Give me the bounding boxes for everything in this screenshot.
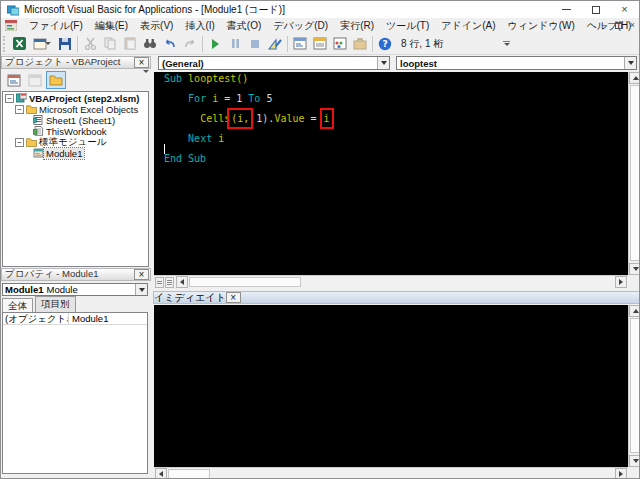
immediate-vertical-scrollbar[interactable]	[628, 305, 640, 467]
help-button[interactable]: ?	[375, 34, 395, 54]
code-line-7[interactable]: Next i	[164, 134, 628, 144]
cut-button[interactable]	[80, 34, 100, 54]
design-mode-button[interactable]	[265, 34, 285, 54]
scrollbar-corner	[628, 467, 640, 479]
view-object-button[interactable]	[25, 71, 45, 89]
tree-item-standard-modules[interactable]: − 標準モジュール	[3, 137, 148, 147]
view-excel-button[interactable]	[9, 34, 29, 54]
menu-item-7[interactable]: 実行(R)	[334, 18, 380, 34]
chevron-down-icon	[139, 288, 145, 292]
save-button[interactable]	[55, 34, 75, 54]
code-line-9[interactable]: End Sub	[164, 154, 628, 164]
object-browser-button[interactable]	[330, 34, 350, 54]
menu-item-2[interactable]: 編集(E)	[89, 18, 134, 34]
object-dropdown-button[interactable]	[377, 57, 389, 69]
code-dock-area: (General) looptest Sub looptest() For i …	[153, 55, 640, 479]
tree-item-thisworkbook[interactable]: ThisWorkbook	[3, 126, 148, 136]
paste-button[interactable]	[120, 34, 140, 54]
tree-item-sheet1[interactable]: Sheet1 (Sheet1)	[3, 115, 148, 125]
scrollbar-thumb[interactable]	[189, 277, 301, 287]
scrollbar-thumb[interactable]	[630, 85, 640, 261]
code-editor[interactable]: Sub looptest() For i = 1 To 5 Cells(i, 1…	[154, 72, 628, 275]
immediate-window-body[interactable]	[154, 305, 628, 467]
mdi-minimize-button[interactable]: –	[602, 21, 607, 30]
menu-item-10[interactable]: ウィンドウ(W)	[502, 18, 581, 34]
help-icon: ?	[378, 37, 392, 51]
mdi-restore-button[interactable]	[615, 22, 622, 29]
toolbar-overflow-button[interactable]	[503, 41, 510, 46]
scroll-left-button[interactable]	[155, 468, 167, 479]
find-button[interactable]	[140, 34, 160, 54]
tab-categorized[interactable]: 項目別	[35, 296, 76, 312]
immediate-horizontal-scrollbar[interactable]	[154, 467, 628, 479]
tree-item-module1[interactable]: Module1	[3, 148, 148, 158]
run-button[interactable]	[205, 34, 225, 54]
menu-item-9[interactable]: アドイン(A)	[435, 18, 501, 34]
copy-button[interactable]	[100, 34, 120, 54]
immediate-window-title: イミディエイト	[154, 291, 226, 305]
scroll-right-button[interactable]	[615, 468, 627, 479]
project-explorer-toolbar	[1, 69, 151, 91]
code-line-3[interactable]: For i = 1 To 5	[164, 94, 628, 104]
menu-item-4[interactable]: 挿入(I)	[179, 18, 220, 34]
maximize-button[interactable]	[581, 1, 610, 18]
tree-item-label: Module1	[44, 148, 84, 159]
object-dropdown[interactable]: (General)	[158, 56, 390, 70]
excel-icon	[12, 36, 27, 51]
selected-object-name: Module1	[3, 284, 44, 295]
procedure-dropdown-button[interactable]	[624, 57, 636, 69]
code-horizontal-scrollbar[interactable]	[154, 275, 628, 288]
mdi-close-button[interactable]: ×	[630, 21, 635, 30]
properties-window-button[interactable]	[310, 34, 330, 54]
immediate-close-button[interactable]: ×	[226, 292, 241, 303]
scroll-right-button[interactable]	[615, 276, 627, 288]
tree-item-vbaproject[interactable]: − VBAProject (step2.xlsm)	[3, 93, 148, 103]
reset-button[interactable]	[245, 34, 265, 54]
full-module-view-button[interactable]	[165, 277, 174, 288]
scroll-up-button[interactable]	[629, 305, 640, 317]
insert-userform-button[interactable]	[29, 34, 55, 54]
procedure-dropdown[interactable]: looptest	[396, 56, 637, 70]
scroll-down-button[interactable]	[629, 263, 640, 275]
scroll-up-button[interactable]	[629, 72, 640, 84]
code-token: End Sub	[164, 153, 206, 164]
toolbox-button[interactable]	[350, 34, 370, 54]
module-window-icon	[5, 20, 17, 31]
tab-alphabetic[interactable]: 全体	[2, 298, 33, 312]
collapse-icon[interactable]: −	[15, 138, 24, 147]
object-selector-dropdown-button[interactable]	[135, 284, 147, 295]
scrollbar-thumb[interactable]	[168, 469, 210, 479]
scroll-left-button[interactable]	[176, 276, 188, 288]
menu-item-6[interactable]: デバッグ(D)	[267, 18, 334, 34]
procedure-view-button[interactable]	[155, 277, 164, 288]
code-line-5[interactable]: Cells(i, 1).Value = i	[164, 114, 628, 124]
property-value[interactable]: Module1	[69, 313, 147, 324]
menu-item-5[interactable]: 書式(O)	[221, 18, 267, 34]
properties-close-button[interactable]: ×	[134, 269, 149, 280]
scrollbar-thumb[interactable]	[630, 318, 640, 453]
view-code-button[interactable]	[4, 71, 24, 89]
undo-button[interactable]	[160, 34, 180, 54]
project-toolbar-overflow[interactable]	[145, 73, 149, 84]
break-button[interactable]	[225, 34, 245, 54]
code-line-1[interactable]: Sub looptest()	[164, 74, 628, 84]
collapse-icon[interactable]: −	[5, 94, 14, 103]
project-close-button[interactable]: ×	[134, 57, 149, 68]
tree-item-excel-objects[interactable]: − Microsoft Excel Objects	[3, 104, 148, 114]
collapse-icon[interactable]: −	[15, 105, 24, 114]
project-explorer-button[interactable]	[290, 34, 310, 54]
close-button[interactable]: ×	[610, 1, 639, 18]
menu-item-1[interactable]: ファイル(F)	[23, 18, 89, 34]
window-title: Microsoft Visual Basic for Applications …	[24, 3, 285, 17]
code-vertical-scrollbar[interactable]	[628, 72, 640, 275]
minimize-button[interactable]	[552, 1, 581, 18]
toolbar-separator	[77, 36, 78, 52]
menu-item-8[interactable]: ツール(T)	[380, 18, 435, 34]
property-row[interactable]: (オブジェクト名) Module1	[3, 313, 147, 325]
scroll-down-button[interactable]	[629, 455, 640, 467]
toggle-folders-button[interactable]	[46, 71, 66, 89]
object-selector-dropdown[interactable]: Module1 Module	[2, 283, 148, 296]
redo-button[interactable]	[180, 34, 200, 54]
menu-item-3[interactable]: 表示(V)	[134, 18, 179, 34]
code-line-8[interactable]	[164, 144, 628, 154]
